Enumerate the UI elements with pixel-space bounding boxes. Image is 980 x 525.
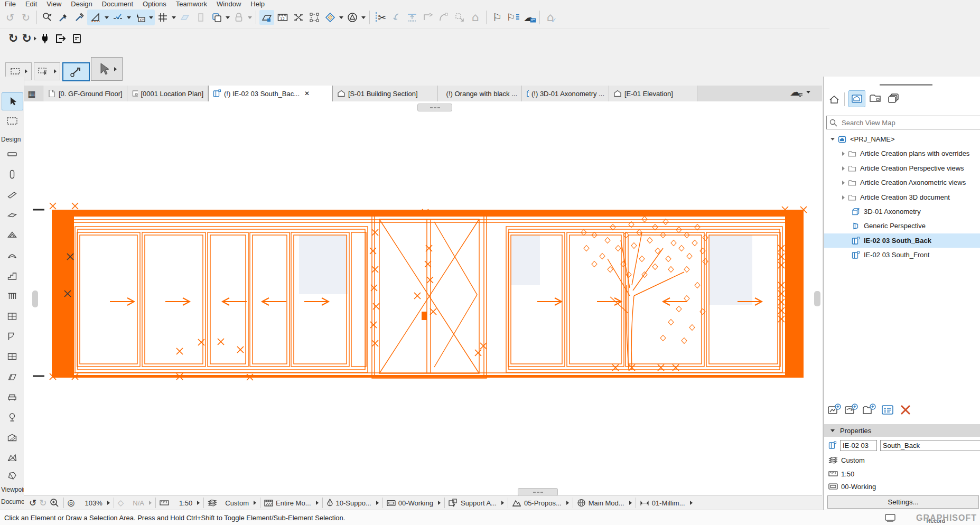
lock-flyout[interactable] bbox=[248, 16, 252, 19]
properties-header[interactable]: Properties bbox=[824, 424, 980, 437]
guide-lines-flyout[interactable] bbox=[105, 16, 109, 19]
report-button[interactable] bbox=[69, 31, 84, 46]
extend-button[interactable] bbox=[421, 10, 435, 25]
plug-button[interactable] bbox=[38, 31, 52, 46]
menu-help[interactable]: Help bbox=[246, 0, 269, 8]
zone-tool[interactable] bbox=[2, 429, 22, 446]
pen-set-control[interactable]: 00-Working bbox=[385, 499, 443, 507]
palette-section-document[interactable]: Document bbox=[1, 498, 24, 505]
menu-design[interactable]: Design bbox=[66, 0, 97, 8]
project-chooser-button[interactable] bbox=[826, 91, 842, 107]
virtual-trace-sheet-button[interactable] bbox=[193, 10, 208, 25]
publisher-sets-button[interactable] bbox=[886, 90, 902, 106]
railing-tool[interactable] bbox=[2, 287, 22, 304]
tab-cloud-menu[interactable]: ☁ bbox=[790, 87, 811, 98]
snap-guides-button[interactable] bbox=[110, 10, 125, 25]
lamp-tool[interactable] bbox=[2, 409, 22, 426]
mesh-tool[interactable] bbox=[2, 449, 22, 466]
chevron-right-icon[interactable] bbox=[842, 195, 845, 200]
fillet-button[interactable] bbox=[436, 10, 451, 25]
pen-control[interactable]: 10-Suppo... bbox=[324, 499, 381, 508]
splitter-handle-bottom[interactable] bbox=[518, 488, 558, 495]
flag-button[interactable]: ⚐ bbox=[490, 10, 505, 25]
tab-e01-elevation[interactable]: [E-01 Elevation] bbox=[609, 86, 697, 101]
mirror-flyout[interactable] bbox=[361, 16, 366, 19]
graphic-override-control[interactable]: Main Mod... bbox=[575, 499, 634, 507]
menu-window[interactable]: Window bbox=[212, 0, 246, 8]
column-tool[interactable] bbox=[2, 166, 22, 183]
renovation-filter-control[interactable]: Entire Mo... bbox=[262, 499, 320, 507]
settings-button[interactable]: Settings... bbox=[827, 495, 979, 509]
chevron-right-icon[interactable] bbox=[842, 166, 845, 171]
right-scrollbar-thumb[interactable] bbox=[814, 291, 820, 306]
tree-item-3d-01-axonometry[interactable]: 3D-01 Axonometry bbox=[824, 204, 980, 219]
tree-item-3d-document[interactable]: Article Creation 3D document bbox=[824, 190, 980, 204]
inject-parameters-button[interactable] bbox=[72, 10, 87, 25]
orientation-control[interactable]: ◇ N/A bbox=[116, 499, 154, 507]
view-id-field[interactable] bbox=[840, 440, 877, 451]
send-receive-button[interactable]: ↻ bbox=[6, 31, 21, 46]
redo-button[interactable]: ↻ bbox=[18, 10, 33, 25]
rotate-button[interactable] bbox=[323, 10, 338, 25]
slab-tool[interactable] bbox=[2, 207, 22, 223]
tracker-flyout[interactable] bbox=[149, 16, 153, 19]
lock-button[interactable] bbox=[231, 10, 246, 25]
marquee-transform-button[interactable] bbox=[307, 10, 322, 25]
coordinate-tracker-button[interactable]: XY: bbox=[133, 10, 147, 25]
morph-tool[interactable] bbox=[2, 467, 22, 484]
property-row-scale[interactable]: 1:50 bbox=[824, 467, 980, 480]
tab-orange-with-black[interactable]: (!) Orange with black ... bbox=[438, 86, 522, 101]
new-folder-button[interactable] bbox=[862, 403, 877, 417]
wall-tool[interactable] bbox=[2, 146, 22, 163]
roof-tool[interactable] bbox=[2, 227, 22, 243]
send-receive-options-button[interactable]: ↻ bbox=[22, 31, 36, 46]
forward-button[interactable]: ↻ bbox=[39, 499, 46, 508]
edit-plane-button[interactable] bbox=[259, 10, 274, 25]
marquee-tool[interactable] bbox=[2, 112, 22, 129]
zoom-in-button[interactable] bbox=[50, 498, 60, 508]
view-map-button[interactable] bbox=[848, 90, 865, 107]
palette-section-design[interactable]: Design bbox=[1, 136, 24, 143]
tree-item-perspective-views[interactable]: Article Creation Perspective views bbox=[824, 161, 980, 175]
shell-tool[interactable] bbox=[2, 247, 22, 264]
save-current-view-button[interactable] bbox=[844, 403, 859, 417]
guide-lines-button[interactable] bbox=[88, 10, 103, 25]
tab-close-icon[interactable]: ✕ bbox=[304, 90, 310, 97]
arrow-tool[interactable] bbox=[2, 92, 23, 110]
rotate-flyout[interactable] bbox=[339, 16, 343, 19]
pickup-parameters-button[interactable] bbox=[56, 10, 71, 25]
object-tool[interactable] bbox=[2, 389, 22, 406]
tree-item-south-front[interactable]: IE-02 03 South_Front bbox=[824, 248, 980, 262]
layer-combo-control[interactable]: Support A... bbox=[446, 499, 506, 507]
skewed-grid-button[interactable] bbox=[178, 10, 192, 25]
home-story-button[interactable]: ⌂ bbox=[468, 10, 483, 25]
tree-item-project[interactable]: <PRJ_NAME> bbox=[824, 132, 980, 146]
add-view-button[interactable] bbox=[827, 403, 842, 417]
window-tool[interactable] bbox=[2, 348, 22, 365]
tree-item-plans-with-overrides[interactable]: Article Creation plans with overrides bbox=[824, 146, 980, 161]
tab-building-section[interactable]: [S-01 Building Section] bbox=[333, 86, 438, 101]
tree-item-axonometric-views[interactable]: Article Creation Axonometric views bbox=[824, 175, 980, 190]
menu-file[interactable]: File bbox=[0, 0, 21, 8]
chevron-down-icon[interactable] bbox=[830, 138, 835, 140]
tab-ie-02-03-south-back[interactable]: (!) IE-02 03 South_Bac...✕ bbox=[208, 86, 333, 101]
door-tool[interactable] bbox=[2, 328, 22, 345]
view-settings-button[interactable] bbox=[880, 403, 895, 417]
quick-select-button[interactable] bbox=[62, 62, 90, 81]
chevron-right-icon[interactable] bbox=[842, 181, 845, 185]
tab-overview-button[interactable]: ▦ bbox=[24, 86, 40, 101]
start-edit-button[interactable]: ⌂✓ bbox=[543, 10, 558, 25]
skylight-tool[interactable] bbox=[2, 369, 22, 386]
stretch-button[interactable] bbox=[291, 10, 306, 25]
elevate-button[interactable] bbox=[405, 10, 419, 25]
cloud-panel-button[interactable]: ☁ bbox=[521, 10, 536, 25]
splitter-handle-top[interactable] bbox=[417, 104, 452, 111]
left-scrollbar-thumb[interactable] bbox=[32, 290, 38, 307]
layer-combination-control[interactable]: Custom bbox=[206, 499, 258, 507]
menu-document[interactable]: Document bbox=[97, 0, 138, 8]
stair-tool[interactable] bbox=[2, 267, 22, 284]
undo-button[interactable]: ↺ bbox=[3, 10, 17, 25]
trace-reference-flyout[interactable] bbox=[226, 16, 230, 19]
snap-grid-flyout[interactable] bbox=[172, 16, 176, 19]
tab-panel-icon[interactable] bbox=[885, 513, 895, 522]
